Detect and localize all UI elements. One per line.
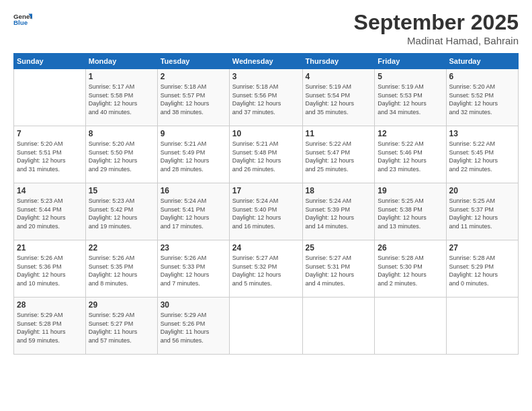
day-number: 12 [378,129,443,138]
day-number: 29 [89,300,154,310]
day-info: Sunrise: 5:29 AM Sunset: 5:26 PM Dayligh… [161,311,226,345]
day-info: Sunrise: 5:19 AM Sunset: 5:54 PM Dayligh… [306,83,372,116]
day-number: 23 [161,243,226,253]
logo: General Blue [13,10,32,29]
header: General Blue September 2025 Madinat Hama… [13,10,519,46]
calendar-cell: 8Sunrise: 5:20 AM Sunset: 5:50 PM Daylig… [85,126,157,183]
day-info: Sunrise: 5:26 AM Sunset: 5:36 PM Dayligh… [17,254,83,287]
weekday-header-wednesday: Wednesday [229,54,302,69]
logo-icon: General Blue [13,10,32,29]
day-number: 1 [89,72,154,81]
day-number: 2 [161,72,226,81]
day-number: 15 [89,186,154,195]
day-info: Sunrise: 5:24 AM Sunset: 5:41 PM Dayligh… [161,197,226,230]
calendar-cell: 19Sunrise: 5:25 AM Sunset: 5:38 PM Dayli… [375,183,446,240]
day-number: 7 [17,129,83,138]
calendar-cell: 29Sunrise: 5:29 AM Sunset: 5:27 PM Dayli… [85,298,157,355]
day-number: 6 [449,72,515,81]
day-number: 10 [232,129,300,138]
calendar-cell: 3Sunrise: 5:18 AM Sunset: 5:56 PM Daylig… [229,69,302,126]
calendar-table: SundayMondayTuesdayWednesdayThursdayFrid… [13,53,519,355]
calendar-cell: 15Sunrise: 5:23 AM Sunset: 5:42 PM Dayli… [85,183,157,240]
day-number: 25 [306,243,372,253]
day-number: 16 [161,186,226,195]
day-info: Sunrise: 5:27 AM Sunset: 5:32 PM Dayligh… [232,254,300,287]
day-info: Sunrise: 5:17 AM Sunset: 5:58 PM Dayligh… [89,83,154,116]
day-number: 27 [449,243,515,253]
day-number: 3 [232,72,300,81]
day-info: Sunrise: 5:20 AM Sunset: 5:51 PM Dayligh… [17,140,83,173]
calendar-cell: 13Sunrise: 5:22 AM Sunset: 5:45 PM Dayli… [446,126,518,183]
calendar-row: 21Sunrise: 5:26 AM Sunset: 5:36 PM Dayli… [14,240,519,298]
weekday-header-sunday: Sunday [14,54,86,69]
calendar-cell: 21Sunrise: 5:26 AM Sunset: 5:36 PM Dayli… [14,240,86,298]
calendar-page: General Blue September 2025 Madinat Hama… [0,0,532,411]
day-number: 4 [306,72,372,81]
day-info: Sunrise: 5:29 AM Sunset: 5:27 PM Dayligh… [89,311,154,345]
day-number: 13 [449,129,515,138]
calendar-cell [229,298,302,355]
calendar-cell: 1Sunrise: 5:17 AM Sunset: 5:58 PM Daylig… [85,69,157,126]
day-info: Sunrise: 5:28 AM Sunset: 5:29 PM Dayligh… [449,254,515,287]
day-info: Sunrise: 5:18 AM Sunset: 5:56 PM Dayligh… [232,83,300,116]
day-info: Sunrise: 5:21 AM Sunset: 5:49 PM Dayligh… [161,140,226,173]
day-number: 20 [449,186,515,195]
day-info: Sunrise: 5:18 AM Sunset: 5:57 PM Dayligh… [161,83,226,116]
calendar-cell: 30Sunrise: 5:29 AM Sunset: 5:26 PM Dayli… [157,298,229,355]
calendar-cell: 12Sunrise: 5:22 AM Sunset: 5:46 PM Dayli… [375,126,446,183]
day-number: 19 [378,186,443,195]
day-info: Sunrise: 5:28 AM Sunset: 5:30 PM Dayligh… [378,254,443,287]
calendar-cell: 28Sunrise: 5:29 AM Sunset: 5:28 PM Dayli… [14,298,86,355]
day-info: Sunrise: 5:22 AM Sunset: 5:45 PM Dayligh… [449,140,515,173]
calendar-row: 7Sunrise: 5:20 AM Sunset: 5:51 PM Daylig… [14,126,519,183]
calendar-cell: 11Sunrise: 5:22 AM Sunset: 5:47 PM Dayli… [302,126,375,183]
calendar-cell: 6Sunrise: 5:20 AM Sunset: 5:52 PM Daylig… [446,69,518,126]
calendar-row: 28Sunrise: 5:29 AM Sunset: 5:28 PM Dayli… [14,298,519,355]
day-info: Sunrise: 5:22 AM Sunset: 5:46 PM Dayligh… [378,140,443,173]
day-info: Sunrise: 5:27 AM Sunset: 5:31 PM Dayligh… [306,254,372,287]
calendar-cell: 18Sunrise: 5:24 AM Sunset: 5:39 PM Dayli… [302,183,375,240]
location-subtitle: Madinat Hamad, Bahrain [354,35,519,46]
day-info: Sunrise: 5:20 AM Sunset: 5:52 PM Dayligh… [449,83,515,116]
day-number: 17 [232,186,300,195]
day-info: Sunrise: 5:20 AM Sunset: 5:50 PM Dayligh… [89,140,154,173]
calendar-cell: 24Sunrise: 5:27 AM Sunset: 5:32 PM Dayli… [229,240,302,298]
calendar-cell [375,298,446,355]
calendar-row: 14Sunrise: 5:23 AM Sunset: 5:44 PM Dayli… [14,183,519,240]
calendar-cell [302,298,375,355]
calendar-row: 1Sunrise: 5:17 AM Sunset: 5:58 PM Daylig… [14,69,519,126]
calendar-cell [14,69,86,126]
day-number: 9 [161,129,226,138]
month-title: September 2025 [354,10,519,35]
day-info: Sunrise: 5:26 AM Sunset: 5:33 PM Dayligh… [161,254,226,287]
day-info: Sunrise: 5:22 AM Sunset: 5:47 PM Dayligh… [306,140,372,173]
calendar-cell: 25Sunrise: 5:27 AM Sunset: 5:31 PM Dayli… [302,240,375,298]
day-number: 30 [161,300,226,310]
day-number: 26 [378,243,443,253]
calendar-cell: 4Sunrise: 5:19 AM Sunset: 5:54 PM Daylig… [302,69,375,126]
weekday-header-row: SundayMondayTuesdayWednesdayThursdayFrid… [14,54,519,69]
day-number: 11 [306,129,372,138]
calendar-cell: 23Sunrise: 5:26 AM Sunset: 5:33 PM Dayli… [157,240,229,298]
calendar-cell: 14Sunrise: 5:23 AM Sunset: 5:44 PM Dayli… [14,183,86,240]
day-number: 8 [89,129,154,138]
day-info: Sunrise: 5:25 AM Sunset: 5:38 PM Dayligh… [378,197,443,230]
calendar-cell: 27Sunrise: 5:28 AM Sunset: 5:29 PM Dayli… [446,240,518,298]
day-info: Sunrise: 5:26 AM Sunset: 5:35 PM Dayligh… [89,254,154,287]
day-info: Sunrise: 5:29 AM Sunset: 5:28 PM Dayligh… [17,311,83,345]
calendar-cell: 10Sunrise: 5:21 AM Sunset: 5:48 PM Dayli… [229,126,302,183]
day-number: 28 [17,300,83,310]
calendar-cell: 22Sunrise: 5:26 AM Sunset: 5:35 PM Dayli… [85,240,157,298]
day-number: 21 [17,243,83,253]
day-info: Sunrise: 5:21 AM Sunset: 5:48 PM Dayligh… [232,140,300,173]
day-number: 22 [89,243,154,253]
calendar-cell: 7Sunrise: 5:20 AM Sunset: 5:51 PM Daylig… [14,126,86,183]
weekday-header-friday: Friday [375,54,446,69]
calendar-cell: 17Sunrise: 5:24 AM Sunset: 5:40 PM Dayli… [229,183,302,240]
day-number: 14 [17,186,83,195]
calendar-cell: 16Sunrise: 5:24 AM Sunset: 5:41 PM Dayli… [157,183,229,240]
day-info: Sunrise: 5:24 AM Sunset: 5:39 PM Dayligh… [306,197,372,230]
weekday-header-monday: Monday [85,54,157,69]
weekday-header-saturday: Saturday [446,54,518,69]
calendar-cell: 5Sunrise: 5:19 AM Sunset: 5:53 PM Daylig… [375,69,446,126]
